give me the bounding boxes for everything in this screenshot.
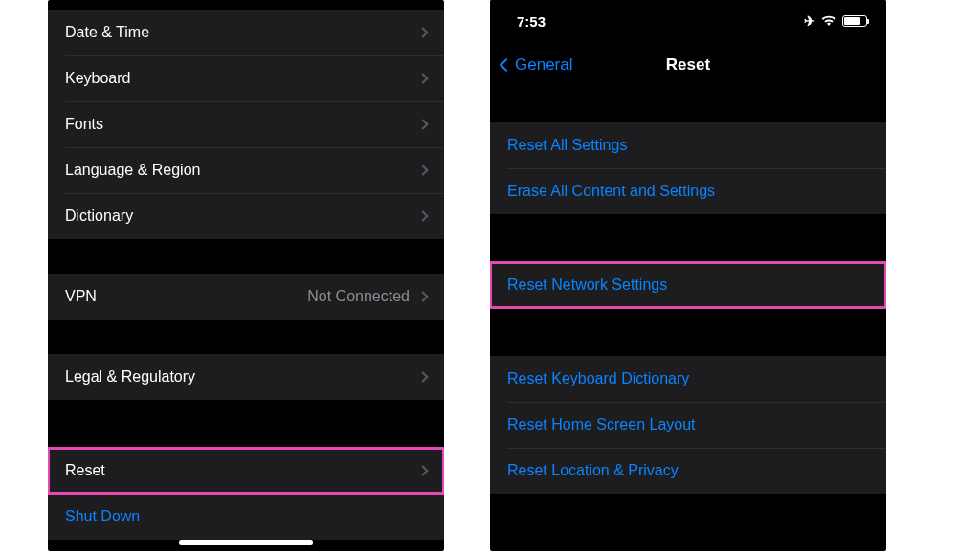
label: Date & Time [65, 24, 149, 41]
row-reset-network-settings[interactable]: Reset Network Settings [490, 262, 886, 308]
chevron-right-icon [417, 27, 428, 37]
row-vpn[interactable]: VPN Not Connected [48, 274, 444, 320]
section-gap [490, 308, 886, 356]
section-gap [490, 88, 886, 122]
row-erase-all-content[interactable]: Erase All Content and Settings [490, 168, 886, 214]
status-icons: ✈ [804, 13, 867, 29]
row-language-region[interactable]: Language & Region [48, 147, 444, 193]
chevron-left-icon [500, 58, 513, 72]
settings-group-system: Date & Time Keyboard Fonts Language & Re… [48, 10, 444, 239]
reset-group-network: Reset Network Settings [490, 262, 886, 308]
label: Erase All Content and Settings [507, 183, 715, 200]
chevron-right-icon [417, 210, 428, 221]
section-gap [48, 400, 444, 448]
general-settings-screen: Date & Time Keyboard Fonts Language & Re… [48, 0, 444, 551]
row-reset-home-layout[interactable]: Reset Home Screen Layout [490, 402, 886, 448]
settings-group-reset: Reset Shut Down [48, 448, 444, 540]
label: Legal & Regulatory [65, 368, 195, 386]
status-bar: 7:53 ✈ [490, 0, 886, 42]
row-reset[interactable]: Reset [48, 448, 444, 494]
row-reset-keyboard-dictionary[interactable]: Reset Keyboard Dictionary [490, 356, 886, 402]
label: Dictionary [65, 208, 133, 225]
reset-settings-screen: 7:53 ✈ General Reset Reset All Settings [490, 0, 886, 551]
vpn-status: Not Connected [307, 288, 410, 305]
chevron-right-icon [417, 119, 428, 129]
section-gap [48, 320, 444, 354]
chevron-right-icon [417, 371, 428, 382]
row-fonts[interactable]: Fonts [48, 101, 444, 147]
label: Reset All Settings [507, 137, 627, 154]
row-shut-down[interactable]: Shut Down [48, 494, 444, 540]
status-time: 7:53 [517, 13, 546, 30]
chevron-right-icon [417, 465, 428, 475]
section-gap [48, 239, 444, 274]
label: Keyboard [65, 70, 131, 87]
row-reset-all-settings[interactable]: Reset All Settings [490, 122, 886, 168]
label: Shut Down [65, 508, 140, 525]
row-dictionary[interactable]: Dictionary [48, 193, 444, 239]
row-reset-location-privacy[interactable]: Reset Location & Privacy [490, 448, 886, 494]
airplane-mode-icon: ✈ [804, 13, 815, 29]
label: Reset Keyboard Dictionary [507, 370, 689, 387]
label: Language & Region [65, 162, 200, 179]
chevron-right-icon [417, 291, 428, 301]
label: Reset Home Screen Layout [507, 416, 696, 433]
back-button[interactable]: General [501, 55, 572, 75]
reset-group-misc: Reset Keyboard Dictionary Reset Home Scr… [490, 356, 886, 494]
chevron-right-icon [417, 73, 428, 83]
nav-bar: General Reset [490, 42, 886, 88]
label: Reset Location & Privacy [507, 462, 679, 479]
label: Reset [65, 462, 105, 479]
label: VPN [65, 288, 97, 305]
wifi-icon [821, 15, 836, 27]
chevron-right-icon [417, 165, 428, 175]
settings-group-vpn: VPN Not Connected [48, 274, 444, 320]
section-gap [490, 214, 886, 262]
label: Reset Network Settings [507, 276, 667, 294]
reset-group-main: Reset All Settings Erase All Content and… [490, 122, 886, 214]
row-date-time[interactable]: Date & Time [48, 10, 444, 55]
back-label: General [515, 55, 572, 75]
label: Fonts [65, 116, 103, 133]
home-indicator[interactable] [179, 540, 313, 545]
battery-icon [842, 15, 867, 27]
row-legal-regulatory[interactable]: Legal & Regulatory [48, 354, 444, 400]
row-keyboard[interactable]: Keyboard [48, 55, 444, 101]
settings-group-legal: Legal & Regulatory [48, 354, 444, 400]
